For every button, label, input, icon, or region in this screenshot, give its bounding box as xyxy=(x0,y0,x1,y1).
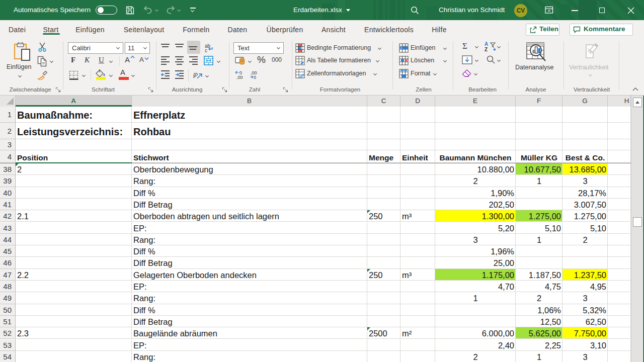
svg-text:c: c xyxy=(205,48,207,52)
svg-text:,00: ,00 xyxy=(236,75,243,80)
svg-text:A: A xyxy=(485,41,488,47)
svg-text:Z: Z xyxy=(485,47,488,52)
svg-text:0: 0 xyxy=(254,75,256,80)
